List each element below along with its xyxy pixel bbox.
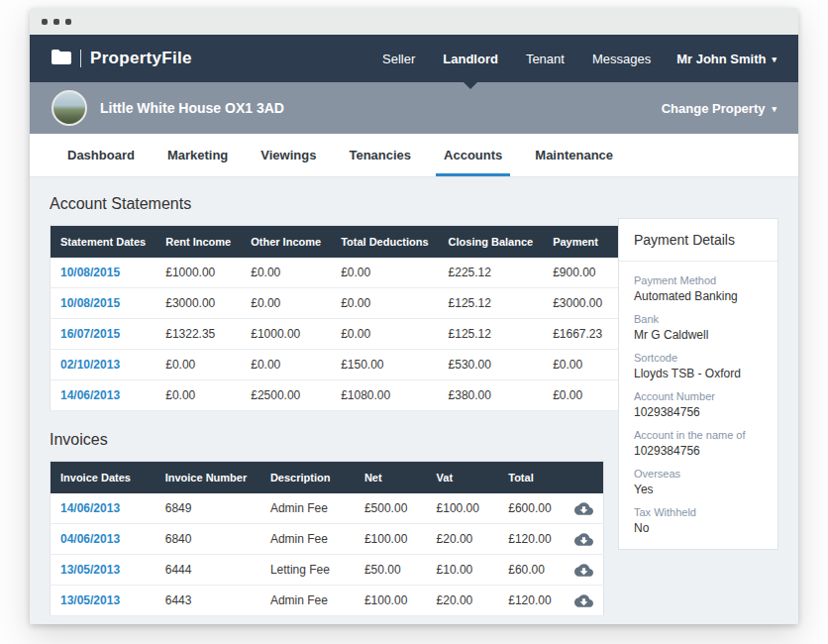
statement-row: 14/06/2013£0.00£2500.00£1080.00£380.00£0…: [51, 380, 648, 411]
top-nav-links: SellerLandlordTenantMessages: [368, 35, 665, 82]
statement-cell: £150.00: [331, 350, 438, 380]
payment-details-card: Payment Details Payment MethodAutomated …: [618, 218, 778, 550]
payment-field-account-in-the-name-of: Account in the name of1029384756: [634, 429, 763, 458]
statement-date-link[interactable]: 14/06/2013: [51, 380, 156, 411]
invoice-column-invoice-number: Invoice Number: [155, 462, 260, 494]
window-control-dot[interactable]: [53, 19, 59, 25]
window-control-dot[interactable]: [42, 19, 48, 25]
invoice-date-link[interactable]: 14/06/2013: [51, 493, 155, 524]
invoice-column-description: Description: [260, 462, 355, 494]
statement-date-link[interactable]: 16/07/2015: [51, 319, 156, 350]
tab-accounts[interactable]: Accounts: [444, 134, 502, 176]
invoice-date-link[interactable]: 13/05/2013: [51, 586, 155, 616]
cloud-download-icon: [574, 564, 593, 577]
invoice-column-total: Total: [498, 462, 565, 494]
payment-field-label: Account in the name of: [634, 429, 763, 441]
user-name: Mr John Smith: [676, 52, 766, 66]
property-bar: Little White House OX1 3AD Change Proper…: [30, 82, 798, 134]
nav-item-messages[interactable]: Messages: [578, 35, 665, 82]
statement-cell: £0.00: [241, 258, 331, 288]
invoice-cell: Letting Fee: [260, 555, 355, 586]
statements-header-row: Statement DatesRent IncomeOther IncomeTo…: [51, 226, 648, 259]
invoice-download-button[interactable]: [565, 586, 603, 616]
brand-name: PropertyFile: [90, 49, 192, 68]
invoice-row: 04/06/20136840Admin Fee£100.00£20.00£120…: [51, 524, 604, 555]
statement-cell: £380.00: [439, 380, 544, 411]
invoice-cell: 6443: [155, 586, 260, 616]
invoice-cell: Admin Fee: [260, 586, 355, 616]
payment-field-bank: BankMr G Caldwell: [634, 313, 763, 342]
invoice-cell: £100.00: [355, 524, 427, 555]
statement-row: 16/07/2015£1322.35£1000.00£0.00£125.12£1…: [51, 319, 648, 350]
payment-details-body: Payment MethodAutomated BankingBankMr G …: [619, 262, 777, 549]
statement-column-closing-balance: Closing Balance: [439, 226, 544, 259]
invoice-cell: £500.00: [355, 493, 427, 524]
user-menu[interactable]: Mr John Smith ▾: [676, 35, 776, 82]
nav-item-tenant[interactable]: Tenant: [512, 35, 578, 82]
invoice-cell: 6444: [155, 555, 260, 586]
statement-column-statement-dates: Statement Dates: [51, 226, 156, 259]
statement-column-total-deductions: Total Deductions: [331, 226, 438, 259]
payment-field-overseas: OverseasYes: [634, 468, 763, 496]
statement-cell: £0.00: [241, 288, 331, 319]
chevron-down-icon: ▾: [772, 55, 776, 64]
statement-date-link[interactable]: 10/08/2015: [51, 258, 156, 288]
cloud-download-icon: [574, 594, 593, 607]
payment-field-value: Lloyds TSB - Oxford: [634, 367, 763, 380]
invoice-date-link[interactable]: 13/05/2013: [51, 555, 155, 586]
statements-section-title: Account Statements: [50, 195, 604, 213]
statement-cell: £1322.35: [155, 319, 241, 350]
main-column: Account Statements Statement DatesRent I…: [50, 187, 604, 616]
payment-field-value: 1029384756: [634, 405, 763, 419]
tab-viewings[interactable]: Viewings: [260, 134, 316, 176]
nav-item-seller[interactable]: Seller: [368, 35, 429, 82]
tab-dashboard[interactable]: Dashboard: [67, 134, 135, 176]
statement-cell: £0.00: [331, 288, 438, 319]
statement-date-link[interactable]: 02/10/2013: [51, 350, 156, 380]
change-property-button[interactable]: Change Property ▾: [662, 101, 776, 116]
tab-bar: DashboardMarketingViewingsTenanciesAccou…: [30, 134, 798, 177]
statement-column-payment: Payment: [543, 226, 612, 259]
invoice-column-vat: Vat: [427, 462, 499, 494]
statement-cell: £900.00: [543, 258, 612, 288]
statement-row: 10/08/2015£1000.00£0.00£0.00£225.12£900.…: [51, 258, 648, 288]
app-header: PropertyFile SellerLandlordTenantMessage…: [30, 35, 798, 82]
invoice-cell: 6849: [155, 493, 260, 524]
tab-marketing[interactable]: Marketing: [167, 134, 228, 176]
invoice-date-link[interactable]: 04/06/2013: [51, 524, 155, 555]
statement-cell: £1000.00: [241, 319, 331, 350]
invoice-download-button[interactable]: [565, 493, 603, 524]
tab-maintenance[interactable]: Maintenance: [535, 134, 613, 176]
invoice-cell: 6840: [155, 524, 260, 555]
brand[interactable]: PropertyFile: [52, 49, 192, 68]
statement-row: 02/10/2013£0.00£0.00£150.00£530.00£0.00: [51, 350, 648, 380]
payment-field-label: Sortcode: [634, 352, 763, 364]
statement-cell: £0.00: [543, 380, 612, 411]
payment-field-label: Tax Withheld: [634, 506, 763, 518]
statement-row: 10/08/2015£3000.00£0.00£0.00£125.12£3000…: [51, 288, 648, 319]
browser-window: PropertyFile SellerLandlordTenantMessage…: [30, 8, 798, 624]
statement-cell: £2500.00: [241, 380, 331, 411]
statement-cell: £0.00: [331, 258, 438, 288]
invoice-cell: £60.00: [498, 555, 565, 586]
statement-date-link[interactable]: 10/08/2015: [51, 288, 156, 319]
invoices-table: Invoice DatesInvoice NumberDescriptionNe…: [50, 461, 604, 616]
invoice-cell: £100.00: [355, 586, 427, 616]
brand-divider: [80, 50, 81, 67]
invoice-download-button[interactable]: [565, 555, 603, 586]
window-control-dot[interactable]: [65, 19, 71, 25]
tab-tenancies[interactable]: Tenancies: [349, 134, 411, 176]
invoice-download-button[interactable]: [565, 524, 603, 555]
payment-field-sortcode: SortcodeLloyds TSB - Oxford: [634, 352, 763, 380]
nav-item-landlord[interactable]: Landlord: [429, 35, 512, 82]
invoice-cell: £100.00: [427, 493, 499, 524]
payment-field-label: Payment Method: [634, 274, 763, 286]
cloud-download-icon: [574, 533, 593, 546]
statement-column-rent-income: Rent Income: [155, 226, 241, 259]
invoice-cell: £120.00: [498, 586, 565, 616]
invoice-cell: £20.00: [427, 524, 499, 555]
chevron-down-icon: ▾: [772, 105, 776, 114]
statement-cell: £225.12: [439, 258, 544, 288]
payment-field-label: Overseas: [634, 468, 763, 480]
payment-field-value: No: [634, 521, 763, 535]
